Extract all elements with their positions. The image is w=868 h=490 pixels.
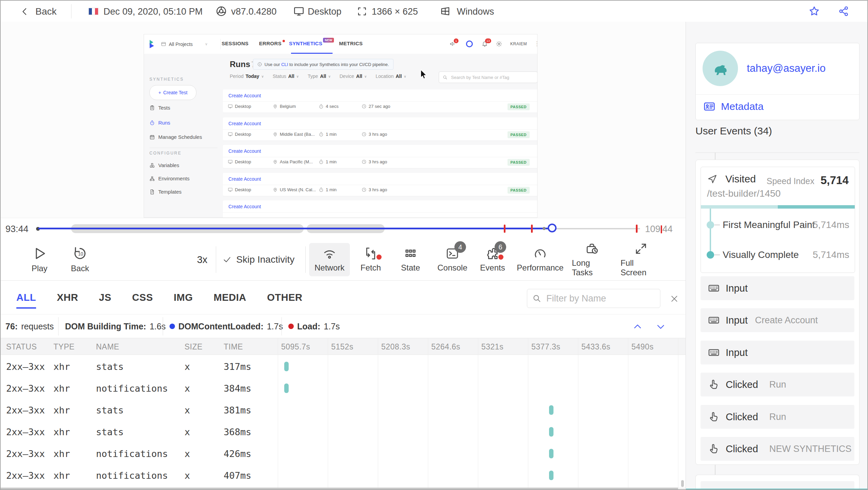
network-panel: ALLXHRJSCSSIMGMEDIAOTHER 76:requests DOM…: [1, 280, 686, 490]
project-selector[interactable]: All Projects ∨: [161, 39, 221, 49]
create-test-button[interactable]: +Create Test: [149, 85, 196, 100]
network-button[interactable]: Network: [309, 243, 350, 276]
event-dot: [543, 227, 546, 230]
req-status: 2xx–3xx: [6, 405, 45, 415]
net-tab-xhr[interactable]: XHR: [57, 292, 78, 303]
request-row[interactable]: 2xx–3xxxhrstatsx368ms: [1, 421, 686, 443]
favorite-star-icon[interactable]: [808, 5, 820, 17]
performance-button[interactable]: Performance: [520, 243, 561, 276]
net-tab-img[interactable]: IMG: [174, 292, 193, 303]
time-tick: 5264.6s: [431, 342, 460, 352]
net-tab-css[interactable]: CSS: [132, 292, 153, 303]
request-row[interactable]: 2xx–3xxxhrstatsx381ms: [1, 399, 686, 421]
state-icon: [404, 247, 417, 260]
event-type: Clicked: [726, 411, 758, 423]
run-name[interactable]: Create Account: [228, 204, 261, 209]
error-marker[interactable]: [504, 225, 505, 233]
sidebar-item-runs[interactable]: Runs: [149, 120, 170, 126]
visited-card[interactable]: Visited Speed Index 5,714 /test-builder/…: [701, 167, 855, 273]
monitor-icon: [293, 5, 305, 17]
app-tab-synthetics[interactable]: SYNTHETICSNEW: [289, 40, 322, 46]
event-type: Input: [726, 283, 748, 294]
timeline-progress: [38, 228, 552, 229]
net-tab-js[interactable]: JS: [99, 292, 111, 303]
run-ago: 3 hrs ago: [361, 187, 387, 192]
table-header: STATUSTYPENAMESIZETIME5095.7s5152s5208.3…: [1, 338, 686, 355]
run-name[interactable]: Create Account: [228, 176, 261, 182]
request-row[interactable]: 2xx–3xxxhrstatsx317ms: [1, 356, 686, 377]
net-tab-media[interactable]: MEDIA: [214, 292, 246, 303]
sidebar-item-tests[interactable]: Tests: [149, 105, 170, 111]
request-row[interactable]: 2xx–3xxxhrnotificationsx384ms: [1, 377, 686, 399]
announcements-icon[interactable]: 1: [450, 41, 456, 47]
run-name[interactable]: Create Account: [228, 121, 261, 126]
jump-up-icon[interactable]: [632, 322, 643, 332]
column-time: TIME: [224, 342, 243, 352]
sidebar-item-templates[interactable]: Templates: [149, 189, 181, 195]
error-marker[interactable]: [636, 225, 638, 233]
event-type: Clicked: [726, 379, 758, 390]
request-row[interactable]: 2xx–3xxxhrnotificationsx407ms: [1, 464, 686, 486]
back-button[interactable]: Back: [20, 6, 57, 17]
app-tab-metrics[interactable]: METRICS: [339, 40, 363, 46]
error-marker[interactable]: [531, 225, 533, 233]
run-card[interactable]: Create AccountDesktopUS West (N. Cal...1…: [223, 173, 537, 196]
fetch-button[interactable]: Fetch: [350, 243, 391, 276]
run-device: Desktop: [228, 132, 251, 137]
skip-inactivity-toggle[interactable]: Skip Inactivity: [223, 239, 294, 280]
run-device: Desktop: [228, 187, 251, 192]
bell-icon[interactable]: 13: [482, 41, 488, 47]
run-card[interactable]: Create Account: [223, 200, 537, 218]
input-event[interactable]: InputCreate Account: [701, 308, 854, 332]
state-button[interactable]: State: [390, 243, 431, 276]
keyboard-icon: [708, 282, 720, 294]
req-type: xhr: [53, 448, 70, 459]
run-location: US West (N. Cal...: [273, 187, 316, 192]
playhead[interactable]: [548, 224, 557, 232]
filter-box[interactable]: [527, 289, 660, 308]
sidebar-divider: [149, 148, 218, 148]
gear-icon[interactable]: [496, 41, 502, 47]
jump-down-icon[interactable]: [656, 322, 666, 332]
user-menu[interactable]: KRAIEM: [510, 42, 527, 46]
play-button[interactable]: Play: [19, 243, 60, 276]
long-tasks-button[interactable]: Long Tasks: [572, 243, 613, 276]
back-10-button[interactable]: 10 Back: [60, 243, 100, 276]
metadata-button[interactable]: Metadata: [703, 100, 763, 113]
vertical-scrollbar[interactable]: [681, 480, 684, 487]
user-email[interactable]: tahay@asayer.io: [747, 62, 825, 75]
run-card[interactable]: Create AccountDesktopBelgium4 secs27 sec…: [223, 89, 537, 113]
request-row[interactable]: 2xx–3xxxhrnotificationsx426ms: [1, 443, 686, 464]
run-card[interactable]: Create AccountDesktopAsia Pacific (M...1…: [223, 145, 537, 168]
console-button[interactable]: 4Console: [432, 243, 473, 276]
close-panel-icon[interactable]: [670, 294, 679, 303]
input-event[interactable]: Input: [701, 276, 854, 300]
clicked-event[interactable]: ClickedNEW SYNTHETICS: [701, 437, 854, 461]
horizontal-scrollbar[interactable]: [1, 488, 686, 490]
input-event[interactable]: Input: [701, 341, 854, 364]
run-name[interactable]: Create Account: [228, 148, 261, 154]
metric-dot: [707, 251, 714, 259]
timeline-track[interactable]: [38, 218, 640, 239]
clicked-event[interactable]: ClickedRun: [701, 405, 854, 429]
share-icon[interactable]: [838, 5, 850, 17]
run-card[interactable]: Create AccountDesktopMiddle East (Ba...1…: [223, 117, 537, 141]
run-name[interactable]: Create Account: [228, 93, 261, 98]
run-duration: 1 min: [319, 187, 337, 192]
events-button[interactable]: 6Events: [472, 243, 513, 276]
app-tab-errors[interactable]: ERRORS: [259, 40, 282, 46]
sidebar-item-variables[interactable]: Variables: [149, 162, 179, 168]
speed-toggle[interactable]: 3x: [191, 239, 213, 280]
app-tab-sessions[interactable]: SESSIONS: [222, 40, 248, 46]
full-screen-button[interactable]: Full Screen: [621, 243, 661, 276]
clicked-event[interactable]: ClickedRun: [701, 373, 854, 396]
filter-input[interactable]: [546, 293, 668, 304]
sidebar-item-environments[interactable]: Environments: [149, 176, 190, 181]
event-value: Run: [769, 379, 786, 390]
check-icon: [223, 255, 231, 264]
net-tab-all[interactable]: ALL: [16, 292, 36, 303]
sidebar-item-manage-schedules[interactable]: Manage Schedules: [149, 134, 202, 140]
kebab-menu-icon[interactable]: ⋮: [534, 40, 537, 47]
req-time: 426ms: [224, 448, 251, 459]
net-tab-other[interactable]: OTHER: [267, 292, 302, 303]
